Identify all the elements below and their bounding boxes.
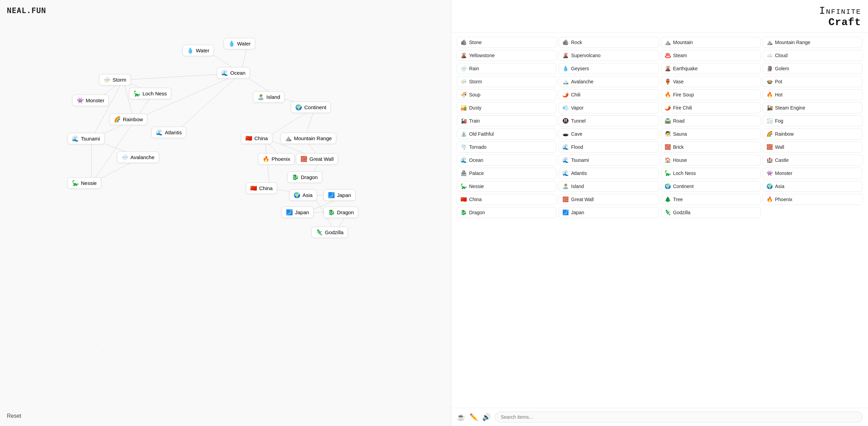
item-label: Stone: [469, 40, 482, 45]
sidebar-item[interactable]: 💧Geysers: [559, 63, 658, 74]
sidebar-item[interactable]: 🏜️Dusty: [457, 102, 557, 113]
sidebar-item[interactable]: 🏝️Island: [559, 181, 658, 192]
craft-node-china1[interactable]: 🇨🇳China: [241, 133, 272, 144]
item-label: China: [469, 197, 482, 202]
sidebar-item[interactable]: 🏺Vase: [661, 76, 761, 87]
node-label: Monster: [86, 97, 104, 103]
sidebar-item[interactable]: 🏠House: [661, 155, 761, 166]
sidebar-item[interactable]: 🚇Tunnel: [559, 115, 658, 126]
craft-node-great_wall[interactable]: 🧱Great Wall: [296, 153, 338, 165]
item-label: Tornado: [469, 144, 487, 150]
items-grid: 🪨Stone🪨Rock⛰️Mountain⛰️Mountain Range🌋Ye…: [451, 33, 868, 408]
craft-node-avalanche[interactable]: 🌨️Avalanche: [117, 152, 159, 163]
sidebar-item[interactable]: 🌋Yellowstone: [457, 50, 557, 61]
sidebar-item[interactable]: ♨️Steam: [661, 50, 761, 61]
sidebar-item[interactable]: 🔥Phoenix: [763, 194, 862, 205]
sidebar-item[interactable]: 🌶️Fire Chili: [661, 102, 761, 113]
sidebar-item[interactable]: 🌊Atlantis: [559, 168, 658, 179]
sidebar-item[interactable]: 🌊Ocean: [457, 155, 557, 166]
sidebar-item[interactable]: 🔥Hot: [763, 89, 862, 100]
craft-node-dragon2[interactable]: 🐉Dragon: [324, 207, 358, 218]
node-emoji: 🦕: [72, 180, 79, 186]
sidebar-item[interactable]: 🗿Golem: [763, 63, 862, 74]
sidebar-item[interactable]: 🌧️Rain: [457, 63, 557, 74]
sidebar-item[interactable]: 🦕Nessie: [457, 181, 557, 192]
item-emoji: 🍜: [461, 92, 467, 98]
sidebar-item[interactable]: 🛣️Road: [661, 115, 761, 126]
sidebar-item[interactable]: 🚂Train: [457, 115, 557, 126]
sidebar-item[interactable]: 🌪️Tornado: [457, 142, 557, 153]
craft-node-japan2[interactable]: 🗾Japan: [282, 207, 314, 218]
sidebar-item[interactable]: 🍲Pot: [763, 76, 862, 87]
item-label: Palace: [469, 170, 484, 176]
sidebar-item[interactable]: 🌍Continent: [661, 181, 761, 192]
sidebar-item[interactable]: 💨Vapor: [559, 102, 658, 113]
item-emoji: 🔥: [665, 92, 671, 98]
sidebar-item[interactable]: 🌲Tree: [661, 194, 761, 205]
sidebar-item[interactable]: 🧖Sauna: [661, 128, 761, 139]
sidebar-item[interactable]: 🧱Wall: [763, 142, 862, 153]
craft-node-godzilla[interactable]: 🦎Godzilla: [311, 227, 348, 238]
craft-node-mountain_range[interactable]: ⛰️Mountain Range: [280, 133, 336, 144]
sidebar-item[interactable]: 🪨Stone: [457, 37, 557, 48]
sidebar-item[interactable]: 🕳️Cave: [559, 128, 658, 139]
sidebar-item[interactable]: 🗾Japan: [559, 207, 658, 218]
sidebar-item[interactable]: 🐉Dragon: [457, 207, 557, 218]
craft-node-asia[interactable]: 🌍Asia: [289, 189, 317, 201]
craft-node-water2[interactable]: 💧Water: [224, 38, 255, 49]
node-label: China: [254, 135, 268, 141]
craft-node-phoenix[interactable]: 🔥Phoenix: [258, 153, 295, 165]
sound-icon[interactable]: 🔊: [482, 413, 491, 421]
sidebar-item[interactable]: 🚂Steam Engine: [763, 102, 862, 113]
craft-node-rainbow[interactable]: 🌈Rainbow: [109, 114, 147, 125]
sidebar-item[interactable]: 🌶️Chili: [559, 89, 658, 100]
item-emoji: 🔥: [766, 92, 773, 98]
item-label: Japan: [571, 210, 584, 215]
sidebar-item[interactable]: 🦕Loch Ness: [661, 168, 761, 179]
sidebar-item[interactable]: 🌊Flood: [559, 142, 658, 153]
sidebar-item[interactable]: 🏔️Avalanche: [559, 76, 658, 87]
sidebar-item[interactable]: 🌋Earthquake: [661, 63, 761, 74]
sidebar-item[interactable]: 🌍Asia: [763, 181, 862, 192]
craft-node-water1[interactable]: 💧Water: [182, 45, 214, 56]
craft-node-atlantis[interactable]: 🌊Atlantis: [151, 127, 186, 138]
sidebar-item[interactable]: ⛰️Mountain: [661, 37, 761, 48]
node-label: Japan: [295, 209, 309, 215]
item-label: Steam Engine: [775, 105, 805, 111]
craft-node-nessie[interactable]: 🦕Nessie: [67, 177, 101, 189]
sidebar-item[interactable]: 🏰Castle: [763, 155, 862, 166]
sidebar-item[interactable]: 🌫️Fog: [763, 115, 862, 126]
coffee-icon[interactable]: ☕: [457, 413, 465, 421]
sidebar-item[interactable]: ⛈️Storm: [457, 76, 557, 87]
sidebar-item[interactable]: ⛲Old Faithful: [457, 128, 557, 139]
sidebar-item[interactable]: 👾Monster: [763, 168, 862, 179]
sidebar-item[interactable]: 🦎Godzilla: [661, 207, 761, 218]
craft-node-lochness[interactable]: 🦕Loch Ness: [129, 88, 171, 99]
craft-node-china2[interactable]: 🇨🇳China: [246, 183, 277, 194]
item-emoji: 🪨: [562, 39, 569, 45]
search-input[interactable]: [495, 412, 862, 423]
item-label: Tsunami: [571, 157, 589, 163]
sidebar-item[interactable]: 🍜Soup: [457, 89, 557, 100]
craft-node-island[interactable]: 🏝️Island: [253, 91, 285, 103]
edit-icon[interactable]: ✏️: [469, 413, 478, 421]
craft-node-japan1[interactable]: 🗾Japan: [324, 189, 356, 201]
sidebar-item[interactable]: ⛰️Mountain Range: [763, 37, 862, 48]
craft-node-ocean[interactable]: 🌊Ocean: [217, 67, 250, 79]
sidebar-item[interactable]: 🏯Palace: [457, 168, 557, 179]
sidebar-item[interactable]: 🧱Great Wall: [559, 194, 658, 205]
reset-button[interactable]: Reset: [7, 413, 21, 419]
sidebar-item[interactable]: 🔥Fire Soup: [661, 89, 761, 100]
sidebar-item[interactable]: 🇨🇳China: [457, 194, 557, 205]
craft-node-dragon[interactable]: 🐉Dragon: [287, 172, 322, 183]
craft-node-storm[interactable]: ⛈️Storm: [99, 74, 131, 85]
craft-node-tsunami[interactable]: 🌊Tsunami: [67, 133, 105, 144]
craft-node-monster[interactable]: 👾Monster: [72, 95, 109, 106]
sidebar-item[interactable]: 🌋Supervolcano: [559, 50, 658, 61]
sidebar-item[interactable]: 🌊Tsunami: [559, 155, 658, 166]
sidebar-item[interactable]: 🌈Rainbow: [763, 128, 862, 139]
sidebar-item[interactable]: ☁️Cloud: [763, 50, 862, 61]
craft-node-continent[interactable]: 🌍Continent: [291, 102, 331, 113]
sidebar-item[interactable]: 🧱Brick: [661, 142, 761, 153]
sidebar-item[interactable]: 🪨Rock: [559, 37, 658, 48]
